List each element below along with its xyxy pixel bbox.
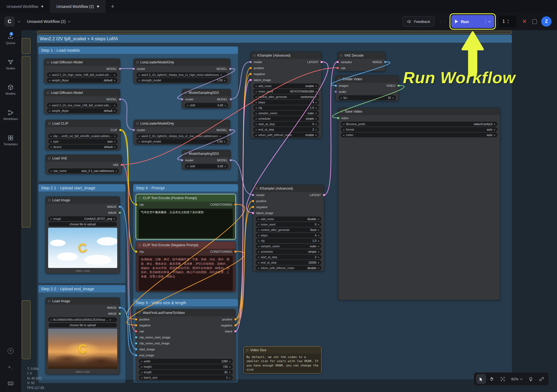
zoom-level-dropdown[interactable]: 62% bbox=[509, 374, 525, 384]
widget-cfg[interactable]: ◀cfg1.0▶ bbox=[253, 105, 319, 110]
widget-start_at_step[interactable]: ◀start_at_step0▶ bbox=[253, 122, 319, 126]
group-title-step22[interactable]: Step 2.2 - Upload end_image bbox=[38, 285, 125, 292]
group-title-step21[interactable]: Step 2.1 - Upload start_image bbox=[38, 184, 125, 192]
sidebar-item-templates[interactable]: Templates bbox=[4, 135, 18, 146]
widget-combo[interactable]: ◀wan2.2_i2v_low_noise_14B_fp8_scaled.saf… bbox=[47, 103, 117, 108]
group-title-outer[interactable]: Wan2.2 I2V fp8_scaled + 4 steps LoRA bbox=[37, 35, 512, 43]
widget-scheduler[interactable]: ◀schedulersimple▶ bbox=[256, 249, 321, 254]
widget-return_with_leftover_noise[interactable]: ◀return_with_leftover_noiseenable▶ bbox=[253, 132, 319, 137]
output-port-MODEL[interactable] bbox=[229, 68, 231, 70]
widget-filename_prefix[interactable]: ◀filename_prefixvideo/ComfyUI▶ bbox=[341, 122, 497, 126]
node-ld_low[interactable]: Load Diffusion ModelMODEL◀wan2.2_i2v_low… bbox=[44, 89, 120, 114]
node-load_clip[interactable]: Load CLIPCLIP◀clip ... umt5_xxl_fp8_e4m3… bbox=[45, 120, 120, 150]
node-title-lora_low[interactable]: LoraLoaderModelOnly bbox=[134, 120, 230, 127]
node-title-ld_low[interactable]: Load Diffusion Model bbox=[44, 89, 120, 96]
widget-steps[interactable]: ◀steps4▶ bbox=[256, 233, 321, 238]
widget-strength_model[interactable]: ◀strength_model1.00▶ bbox=[136, 78, 228, 83]
widget-vae_name[interactable]: ◀vae_namewan_2.1_vae.safetensors▶ bbox=[48, 168, 119, 173]
node-vae_decode[interactable]: VAE DecodesamplesIMAGEvae bbox=[338, 52, 385, 71]
widget-start_at_step[interactable]: ◀start_at_step2▶ bbox=[256, 255, 321, 260]
input-port-video[interactable] bbox=[337, 117, 339, 119]
prompt-textarea[interactable]: 色调艳丽，过曝，静态，细节模糊不清，字幕，风格，作品，画作，画面，静止，整体发灰… bbox=[139, 256, 233, 291]
feedback-button[interactable]: Feedback bbox=[403, 16, 434, 27]
help-button[interactable]: ? bbox=[8, 348, 14, 354]
node-title-ks1[interactable]: KSampler (Advanced) bbox=[251, 52, 321, 59]
node-canvas[interactable]: Wan2.2 I2V fp8_scaled + 4 steps LoRAStep… bbox=[21, 30, 557, 392]
node-title-vae_decode[interactable]: VAE Decode bbox=[338, 52, 385, 59]
input-port-positive[interactable] bbox=[252, 200, 254, 202]
widget-combo[interactable]: ◀8c1489b93486ccb953cd058d126340eaa ...▶ bbox=[48, 317, 117, 322]
node-title-ld_high[interactable]: Load Diffusion Model bbox=[44, 59, 120, 66]
widget-width[interactable]: ◀width1280▶ bbox=[139, 359, 233, 364]
input-port-vae[interactable] bbox=[336, 67, 339, 69]
output-port-CONDITIONING[interactable] bbox=[234, 203, 237, 206]
node-title-load_clip[interactable]: Load CLIP bbox=[46, 120, 120, 127]
node-title-samp2[interactable]: ModelSamplingSD3 bbox=[182, 150, 231, 157]
widget-control_after_generate[interactable]: ◀control_after_generaterandomize▶ bbox=[253, 94, 319, 99]
toggle-links-visibility-tool[interactable] bbox=[537, 374, 546, 384]
input-port-positive[interactable] bbox=[249, 67, 252, 69]
prompt-textarea[interactable]: 气球在空中飘着飘着，云朵变化太阳落下直到黄昏 bbox=[139, 209, 233, 238]
widget-noise_seed[interactable]: ◀noise_seed0▶ bbox=[256, 222, 321, 227]
widget-image[interactable]: ◀imageComfyUI_00727_.png▶ bbox=[48, 216, 117, 221]
input-port-vae[interactable] bbox=[135, 330, 137, 333]
node-title-lora_high[interactable]: LoraLoaderModelOnly bbox=[134, 59, 230, 66]
widget-height[interactable]: ◀height720▶ bbox=[139, 364, 233, 369]
widget-add_noise[interactable]: ◀add_noiseenable▶ bbox=[253, 84, 319, 88]
widget-noise_seed[interactable]: ◀noise_seed957473794561689▶ bbox=[253, 89, 319, 94]
input-port-samples[interactable] bbox=[336, 61, 339, 63]
node-clip_neg[interactable]: CLIP Text Encode (Negative Prompt)clipCO… bbox=[136, 241, 236, 292]
tab-unsaved-workflow-2[interactable]: Unsaved Workflow (2) bbox=[50, 0, 105, 13]
node-title-ks2[interactable]: KSampler (Advanced) bbox=[253, 185, 324, 192]
widget-scheduler[interactable]: ◀schedulersimple▶ bbox=[253, 116, 319, 121]
output-port-LATENT[interactable] bbox=[323, 194, 325, 196]
output-port-negative[interactable] bbox=[234, 324, 237, 327]
terminal-button[interactable]: >_ bbox=[8, 365, 13, 369]
node-load_vae[interactable]: Load VAEVAE◀vae_namewan_2.1_vae.safetens… bbox=[45, 155, 122, 174]
widget-format[interactable]: ◀formatauto▶ bbox=[341, 127, 497, 132]
node-title-samp1[interactable]: ModelSamplingSD3 bbox=[182, 89, 231, 96]
input-port-positive[interactable] bbox=[135, 318, 137, 321]
output-port-latent[interactable] bbox=[234, 330, 237, 333]
output-port-MODEL[interactable] bbox=[229, 129, 231, 131]
node-title-load_vae[interactable]: Load VAE bbox=[46, 155, 122, 162]
node-clip_pos[interactable]: CLIP Text Encode (Positive Prompt)clipCO… bbox=[136, 194, 236, 239]
node-title-create_video[interactable]: Create Video bbox=[336, 76, 398, 83]
widget-shift[interactable]: ◀shift5.00▶ bbox=[185, 164, 228, 169]
input-port-negative[interactable] bbox=[252, 206, 254, 208]
input-port-model[interactable] bbox=[252, 194, 254, 196]
widget-fps[interactable]: ◀fps16▶ bbox=[338, 95, 396, 100]
comfyui-logo[interactable]: C bbox=[4, 16, 15, 27]
node-ks2[interactable]: KSampler (Advanced)modelLATENTpositivene… bbox=[253, 185, 324, 271]
output-port-VIDEO[interactable] bbox=[397, 85, 400, 87]
node-title-clip_pos[interactable]: CLIP Text Encode (Positive Prompt) bbox=[136, 195, 235, 202]
widget-sampler_name[interactable]: ◀sampler_nameeuler▶ bbox=[256, 244, 321, 249]
new-tab-button[interactable]: + bbox=[106, 0, 120, 13]
group-title-step4[interactable]: Step 4 - Prompt bbox=[133, 184, 238, 192]
input-port-clip_vision_start_image[interactable] bbox=[135, 336, 137, 339]
group-title-step1[interactable]: Step 1 - Load models bbox=[38, 47, 238, 54]
select-cursor-tool[interactable] bbox=[476, 374, 486, 384]
widget-combo[interactable]: ◀wan2.2_i2v_lightx2v_4steps_lora_v1_high… bbox=[136, 72, 228, 77]
pan-hand-tool[interactable] bbox=[487, 374, 497, 384]
input-port-latent_image[interactable] bbox=[252, 212, 254, 214]
input-port-model[interactable] bbox=[181, 98, 183, 101]
input-port-model[interactable] bbox=[249, 61, 252, 63]
widget-weight_dtype[interactable]: ◀weight_dtypedefault▶ bbox=[47, 78, 117, 83]
widget-combo[interactable]: ◀clip ... umt5_xxl_fp8_e4m3fn_scaled.saf… bbox=[48, 134, 118, 138]
node-li1[interactable]: Load ImageIMAGEMASK◀imageComfyUI_00727_.… bbox=[45, 196, 120, 274]
toggle-theme-tool[interactable] bbox=[526, 374, 536, 384]
input-port-start_image[interactable] bbox=[135, 348, 137, 351]
node-lora_high[interactable]: LoraLoaderModelOnlymodelMODEL◀wan2.2_i2v… bbox=[134, 58, 230, 84]
output-port-positive[interactable] bbox=[234, 318, 237, 321]
node-samp1[interactable]: ModelSamplingSD3modelMODEL◀shift5.00▶ bbox=[182, 89, 231, 109]
run-options-chevron-icon[interactable] bbox=[488, 20, 491, 22]
output-port-MODEL[interactable] bbox=[230, 98, 232, 101]
input-port-latent_image[interactable] bbox=[249, 79, 252, 81]
node-title-save_video[interactable]: Save Video bbox=[338, 108, 500, 115]
node-create_video[interactable]: Create VideoimagesVIDEOaudio◀fps16▶ bbox=[336, 75, 399, 101]
output-port-IMAGE[interactable] bbox=[384, 61, 386, 63]
node-title-li1[interactable]: Load Image bbox=[46, 197, 120, 204]
shortcuts-keyboard-button[interactable] bbox=[7, 380, 14, 387]
output-port-MODEL[interactable] bbox=[119, 68, 121, 70]
